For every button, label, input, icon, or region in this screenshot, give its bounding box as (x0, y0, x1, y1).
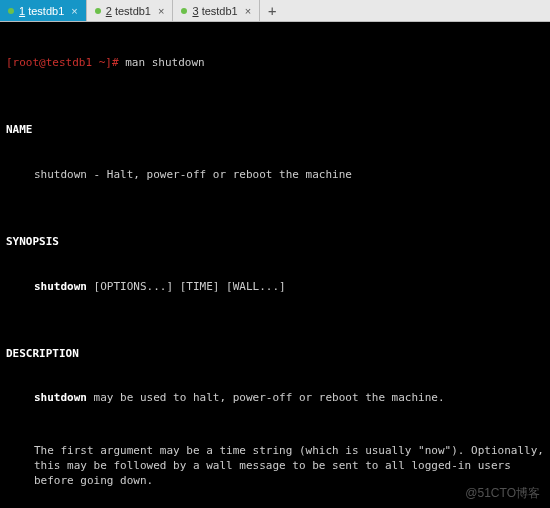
terminal-output: [root@testdb1 ~]# man shutdown NAME shut… (0, 22, 550, 508)
status-dot-icon (8, 8, 14, 14)
tab-3[interactable]: 3 testdb1 × (173, 0, 260, 21)
tab-label: 3 testdb1 (192, 5, 237, 17)
close-icon[interactable]: × (243, 5, 253, 17)
tab-label: 2 testdb1 (106, 5, 151, 17)
synopsis-line: shutdown [OPTIONS...] [TIME] [WALL...] (6, 280, 544, 295)
tab-2[interactable]: 2 testdb1 × (87, 0, 174, 21)
new-tab-button[interactable]: + (260, 0, 284, 21)
section-name-header: NAME (6, 123, 544, 138)
close-icon[interactable]: × (156, 5, 166, 17)
shell-prompt: [root@testdb1 ~]# (6, 56, 125, 69)
status-dot-icon (95, 8, 101, 14)
section-description-header: DESCRIPTION (6, 347, 544, 362)
name-body: shutdown - Halt, power-off or reboot the… (6, 168, 544, 183)
section-synopsis-header: SYNOPSIS (6, 235, 544, 250)
status-dot-icon (181, 8, 187, 14)
command-text: man shutdown (125, 56, 204, 69)
tab-bar: 1 testdb1 × 2 testdb1 × 3 testdb1 × + (0, 0, 550, 22)
tab-1[interactable]: 1 testdb1 × (0, 0, 87, 21)
tab-label: 1 testdb1 (19, 5, 64, 17)
desc-p2: The first argument may be a time string … (6, 444, 544, 489)
close-icon[interactable]: × (69, 5, 79, 17)
prompt-line: [root@testdb1 ~]# man shutdown (6, 56, 544, 71)
desc-p1: shutdown may be used to halt, power-off … (6, 391, 544, 406)
